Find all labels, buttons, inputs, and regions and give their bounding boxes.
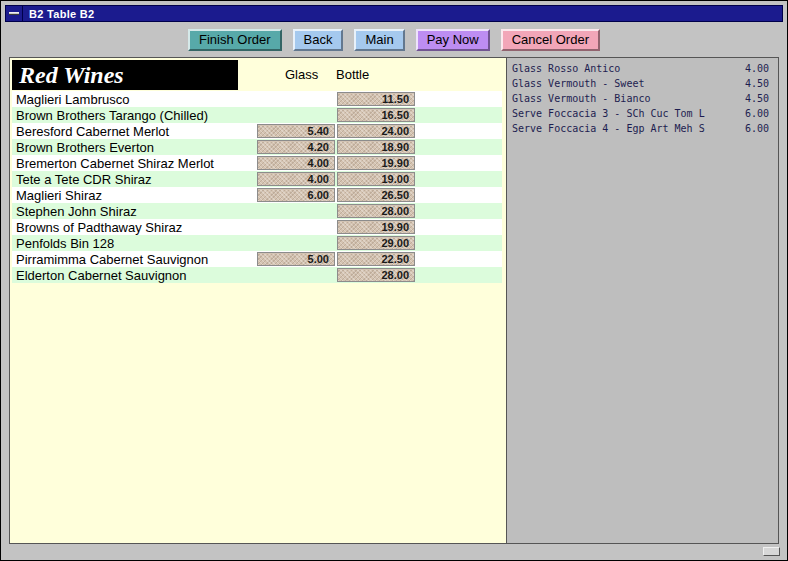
order-line-price: 6.00 bbox=[745, 123, 769, 134]
bottle-price-button[interactable]: 22.50 bbox=[337, 252, 415, 266]
cancel-order-button[interactable]: Cancel Order bbox=[501, 29, 600, 51]
order-line[interactable]: Glass Rosso Antico 4.00 bbox=[512, 63, 769, 78]
back-button[interactable]: Back bbox=[293, 29, 344, 51]
order-line[interactable]: Serve Foccacia 4 - Egp Art Meh S 6.00 bbox=[512, 123, 769, 138]
finish-order-button[interactable]: Finish Order bbox=[188, 29, 282, 51]
bottle-price-button[interactable]: 24.00 bbox=[337, 124, 415, 138]
wine-name: Beresford Cabernet Merlot bbox=[12, 124, 257, 139]
wine-row: Browns of Padthaway Shiraz 19.90 bbox=[12, 219, 502, 235]
order-panel: Glass Rosso Antico 4.00 Glass Vermouth -… bbox=[506, 58, 778, 543]
bottle-price-button[interactable]: 16.50 bbox=[337, 108, 415, 122]
order-line-list: Glass Rosso Antico 4.00 Glass Vermouth -… bbox=[512, 63, 769, 138]
pos-window: B2 Table B2 Finish Order Back Main Pay N… bbox=[0, 0, 788, 561]
titlebar: B2 Table B2 bbox=[5, 5, 783, 22]
wine-menu-panel: Red Wines Glass Bottle Maglieri Lambrusc… bbox=[10, 58, 506, 543]
wine-row: Brown Brothers Tarango (Chilled) 16.50 bbox=[12, 107, 502, 123]
wine-row: Tete a Tete CDR Shiraz 4.00 19.00 bbox=[12, 171, 502, 187]
wine-list: Maglieri Lambrusco 11.50 Brown Brothers … bbox=[10, 91, 506, 283]
order-line-price: 4.50 bbox=[745, 93, 769, 104]
order-line-text: Glass Vermouth - Sweet bbox=[512, 78, 644, 89]
order-line-text: Glass Rosso Antico bbox=[512, 63, 620, 74]
wine-name: Maglieri Shiraz bbox=[12, 188, 257, 203]
order-line[interactable]: Glass Vermouth - Bianco 4.50 bbox=[512, 93, 769, 108]
bottle-price-button[interactable]: 19.90 bbox=[337, 156, 415, 170]
resize-grip[interactable] bbox=[763, 547, 780, 556]
category-title: Red Wines bbox=[12, 60, 238, 90]
bottle-price-button[interactable]: 19.90 bbox=[337, 220, 415, 234]
wine-name: Stephen John Shiraz bbox=[12, 204, 257, 219]
glass-price-button[interactable]: 5.40 bbox=[257, 124, 335, 138]
wine-name: Maglieri Lambrusco bbox=[12, 92, 257, 107]
order-line-text: Serve Foccacia 4 - Egp Art Meh S bbox=[512, 123, 705, 134]
bottle-price-button[interactable]: 28.00 bbox=[337, 268, 415, 282]
glass-column-header: Glass bbox=[285, 67, 318, 82]
wine-name: Browns of Padthaway Shiraz bbox=[12, 220, 257, 235]
order-line-price: 6.00 bbox=[745, 108, 769, 119]
wine-row: Penfolds Bin 128 29.00 bbox=[12, 235, 502, 251]
bottle-price-button[interactable]: 29.00 bbox=[337, 236, 415, 250]
glass-price-button[interactable]: 4.20 bbox=[257, 140, 335, 154]
wine-row: Stephen John Shiraz 28.00 bbox=[12, 203, 502, 219]
wine-name: Tete a Tete CDR Shiraz bbox=[12, 172, 257, 187]
content-area: Red Wines Glass Bottle Maglieri Lambrusc… bbox=[9, 57, 779, 544]
wine-row: Maglieri Shiraz 6.00 26.50 bbox=[12, 187, 502, 203]
bottle-price-button[interactable]: 18.90 bbox=[337, 140, 415, 154]
wine-name: Bremerton Cabernet Shiraz Merlot bbox=[12, 156, 257, 171]
window-title: B2 Table B2 bbox=[23, 8, 94, 20]
order-line-text: Glass Vermouth - Bianco bbox=[512, 93, 650, 104]
window-menu-button[interactable] bbox=[6, 6, 23, 21]
wine-row: Beresford Cabernet Merlot 5.40 24.00 bbox=[12, 123, 502, 139]
glass-price-button[interactable]: 6.00 bbox=[257, 188, 335, 202]
window-menu-dash-icon bbox=[9, 12, 19, 15]
wine-name: Penfolds Bin 128 bbox=[12, 236, 257, 251]
wine-row: Maglieri Lambrusco 11.50 bbox=[12, 91, 502, 107]
order-line-price: 4.00 bbox=[745, 63, 769, 74]
glass-price-button[interactable]: 5.00 bbox=[257, 252, 335, 266]
bottle-column-header: Bottle bbox=[336, 67, 369, 82]
glass-price-button[interactable]: 4.00 bbox=[257, 156, 335, 170]
bottle-price-button[interactable]: 26.50 bbox=[337, 188, 415, 202]
wine-name: Pirramimma Cabernet Sauvignon bbox=[12, 252, 257, 267]
wine-name: Brown Brothers Tarango (Chilled) bbox=[12, 108, 257, 123]
order-line-price: 4.50 bbox=[745, 78, 769, 89]
wine-row: Bremerton Cabernet Shiraz Merlot 4.00 19… bbox=[12, 155, 502, 171]
bottle-price-button[interactable]: 28.00 bbox=[337, 204, 415, 218]
glass-price-button[interactable]: 4.00 bbox=[257, 172, 335, 186]
order-line[interactable]: Serve Foccacia 3 - SCh Cuc Tom L 6.00 bbox=[512, 108, 769, 123]
wine-row: Brown Brothers Everton 4.20 18.90 bbox=[12, 139, 502, 155]
wine-row: Elderton Cabernet Sauvignon 28.00 bbox=[12, 267, 502, 283]
bottle-price-button[interactable]: 11.50 bbox=[337, 92, 415, 106]
wine-name: Elderton Cabernet Sauvignon bbox=[12, 268, 257, 283]
toolbar: Finish Order Back Main Pay Now Cancel Or… bbox=[5, 22, 783, 57]
order-line-text: Serve Foccacia 3 - SCh Cuc Tom L bbox=[512, 108, 705, 119]
bottle-price-button[interactable]: 19.00 bbox=[337, 172, 415, 186]
wine-row: Pirramimma Cabernet Sauvignon 5.00 22.50 bbox=[12, 251, 502, 267]
menu-header: Red Wines Glass Bottle bbox=[10, 59, 506, 91]
order-line[interactable]: Glass Vermouth - Sweet 4.50 bbox=[512, 78, 769, 93]
main-button[interactable]: Main bbox=[354, 29, 404, 51]
pay-now-button[interactable]: Pay Now bbox=[416, 29, 490, 51]
wine-name: Brown Brothers Everton bbox=[12, 140, 257, 155]
